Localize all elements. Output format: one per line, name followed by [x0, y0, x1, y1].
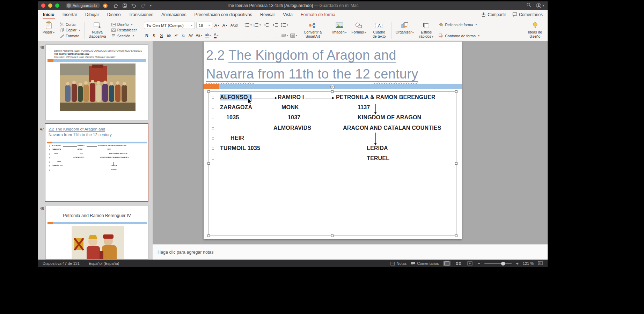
text-run-zaragoza[interactable]: ZARAGOZA	[220, 104, 252, 111]
layout-button[interactable]: Diseño▾	[110, 22, 138, 27]
comments-button[interactable]: Comentarios	[512, 12, 543, 17]
slide-sorter-view-button[interactable]	[455, 261, 462, 266]
text-run-heir[interactable]: HEIR	[230, 135, 244, 141]
text-box-button[interactable]: A Cuadro de texto	[370, 20, 389, 40]
decrease-font-button[interactable]: A▼	[222, 22, 228, 29]
font-color-button[interactable]: A▾	[213, 32, 219, 39]
slide-48-thumbnail[interactable]: Petronila and Ramón Berenguer IV	[45, 206, 148, 260]
quick-styles-button[interactable]: Estilos rápidos▾	[417, 20, 435, 40]
text-run-almoravids[interactable]: ALMORAVIDS	[273, 125, 311, 131]
font-name-select[interactable]: Tw Cen MT (Cuerpo)▾	[144, 22, 195, 29]
tab-animaciones[interactable]: Animaciones	[161, 11, 187, 18]
tab-vista[interactable]: Vista	[283, 11, 293, 18]
character-spacing-button[interactable]: AV	[188, 32, 194, 39]
shape-fill-button[interactable]: Relleno de forma▾	[438, 22, 480, 28]
zoom-window-button[interactable]	[55, 3, 59, 8]
slide-47-thumbnail[interactable]: 2.2 The Kingdom of Aragon and Navarra fr…	[45, 123, 148, 202]
text-direction-button[interactable]: ▾	[280, 32, 288, 39]
design-ideas-button[interactable]: Ideas de diseño	[526, 20, 544, 40]
language-indicator[interactable]: Español (España)	[89, 261, 119, 266]
new-slide-button[interactable]: Nueva diapositiva	[87, 20, 108, 40]
zoom-slider-knob[interactable]	[501, 262, 505, 266]
undo-icon[interactable]	[131, 3, 137, 8]
text-run-ramiro[interactable]: RAMIRO I	[278, 94, 304, 100]
numbering-button[interactable]: 123▾	[253, 22, 261, 28]
text-run-monk[interactable]: MONK	[281, 104, 299, 111]
tab-dibujar[interactable]: Dibujar	[85, 11, 100, 18]
normal-view-button[interactable]	[443, 261, 451, 266]
line-spacing-button[interactable]: ▾	[280, 22, 288, 28]
text-run-1137[interactable]: 1137	[358, 104, 370, 111]
tab-insertar[interactable]: Insertar	[62, 11, 78, 18]
tab-revisar[interactable]: Revisar	[260, 11, 275, 18]
resize-handle-se[interactable]	[455, 234, 458, 237]
save-icon[interactable]	[122, 3, 127, 8]
resize-handle-ne[interactable]	[455, 90, 458, 93]
notes-toggle-button[interactable]: Notas	[390, 261, 407, 266]
underline-button[interactable]: S	[159, 32, 164, 39]
align-right-button[interactable]	[262, 32, 270, 39]
autosave-toggle[interactable]: Autoguardado	[66, 3, 100, 8]
resize-handle-nw[interactable]	[207, 90, 210, 93]
bullets-button[interactable]: ▾	[244, 22, 252, 28]
arrange-button[interactable]: Organizar▾	[395, 20, 415, 40]
text-run-petronila[interactable]: PETRONILA & RAMON BERENGUER	[336, 94, 436, 100]
format-painter-button[interactable]: Formato	[59, 33, 81, 39]
comments-toggle-button[interactable]: Comentarios	[411, 261, 439, 266]
resize-handle-sw[interactable]	[207, 234, 210, 237]
toolbar-options-chevron-icon[interactable]: ▾	[150, 4, 152, 7]
search-icon[interactable]	[526, 2, 531, 9]
resize-handle-e[interactable]	[455, 162, 458, 165]
slide-title[interactable]: 2.2 The Kingdom of Aragon and Navarra fr…	[206, 46, 418, 83]
shapes-button[interactable]: Formas▾	[350, 20, 367, 40]
italic-button[interactable]: K	[151, 32, 157, 39]
content-text-box[interactable]: ⟳	[208, 91, 456, 236]
text-highlight-button[interactable]: ab▾	[204, 32, 212, 39]
minimize-window-button[interactable]	[48, 3, 52, 8]
notes-pane[interactable]: Haga clic para agregar notas	[153, 244, 548, 260]
section-button[interactable]: Sección▾	[110, 33, 138, 39]
zoom-out-button[interactable]: −	[478, 261, 481, 266]
tab-diseno[interactable]: Diseño	[107, 11, 121, 18]
insert-picture-button[interactable]: Imagen▾	[331, 20, 347, 40]
account-icon[interactable]: ▾	[536, 3, 544, 8]
rotate-handle[interactable]: ⟳	[330, 85, 335, 89]
resize-handle-n[interactable]	[331, 90, 334, 93]
text-run-counties[interactable]: ARAGON AND CATALAN COUNTIES	[343, 125, 441, 131]
zoom-in-button[interactable]: +	[516, 261, 519, 266]
align-left-button[interactable]	[244, 32, 252, 39]
change-case-button[interactable]: Aa▾	[195, 32, 203, 39]
share-button[interactable]: Compartir	[481, 12, 506, 17]
decrease-indent-button[interactable]	[262, 22, 270, 28]
shape-outline-button[interactable]: Contorno de forma▾	[438, 33, 480, 39]
close-window-button[interactable]	[41, 3, 45, 8]
subscript-button[interactable]: x₂	[181, 32, 186, 39]
paste-button[interactable]: Pegar▾	[41, 20, 56, 40]
convert-smartart-button[interactable]: Convertir a SmartArt	[300, 20, 325, 40]
font-size-select[interactable]: 18▾	[196, 22, 212, 29]
cut-button[interactable]: Cortar	[59, 22, 81, 27]
bold-button[interactable]: N	[144, 32, 150, 39]
slide-47-editor[interactable]: 2.2 The Kingdom of Aragon and Navarra fr…	[204, 42, 462, 239]
increase-font-button[interactable]: A▲	[214, 22, 220, 29]
tab-transiciones[interactable]: Transiciones	[129, 11, 154, 18]
tab-presentacion[interactable]: Presentación con diapositivas	[194, 11, 253, 18]
text-run-teruel[interactable]: TERUEL	[367, 155, 389, 162]
home-icon[interactable]	[113, 3, 118, 8]
text-run-1037[interactable]: 1037	[288, 114, 300, 121]
text-run-alfonso[interactable]: ALFONSO I	[220, 94, 251, 100]
clear-formatting-button[interactable]: A⌫	[230, 22, 239, 29]
text-run-turmoil[interactable]: TURMOIL 1035	[220, 145, 260, 151]
redo-icon[interactable]	[140, 3, 146, 8]
z0om-percentage[interactable]: 121 %	[523, 261, 534, 266]
slide-46-thumbnail[interactable]: Battle of Aljubarrota (1385)-PORTUGAL CO…	[45, 44, 148, 120]
zoom-slider[interactable]	[484, 263, 512, 264]
resize-handle-w[interactable]	[207, 162, 210, 165]
justify-button[interactable]	[271, 32, 279, 39]
text-run-kingdom[interactable]: KINGDOM OF ARAGON	[358, 114, 421, 121]
slideshow-view-button[interactable]	[466, 261, 474, 266]
text-run-lerida[interactable]: LERIDA	[367, 145, 388, 151]
strikethrough-button[interactable]: ab	[166, 32, 172, 39]
reset-slide-button[interactable]: Restablecer	[110, 27, 138, 33]
align-text-button[interactable]: ▾	[290, 32, 297, 39]
